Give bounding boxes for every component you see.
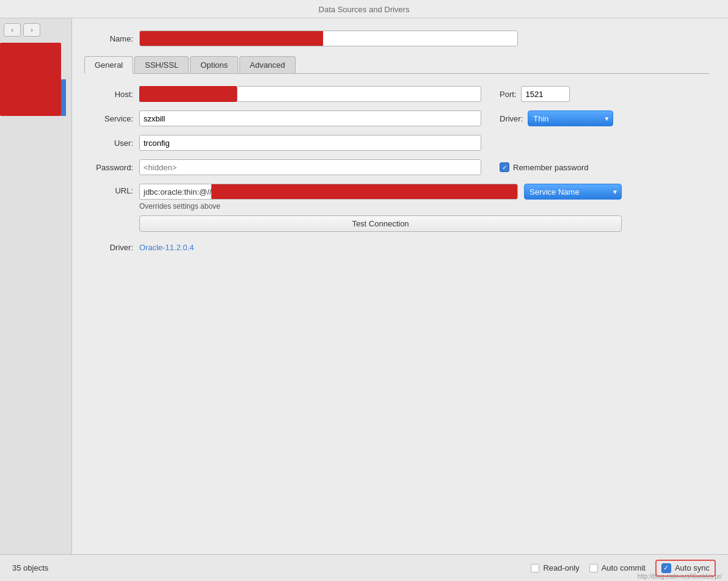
remember-group: ✓ Remember password <box>500 162 589 172</box>
port-group: Port: <box>500 86 570 102</box>
sidebar-red-block <box>0 43 61 116</box>
back-icon: ‹ <box>11 26 13 34</box>
title-bar: Data Sources and Drivers <box>0 0 728 18</box>
tab-advanced[interactable]: Advanced <box>239 56 296 73</box>
host-input-group <box>139 86 481 102</box>
forward-button[interactable]: › <box>23 23 40 37</box>
driver-info-label: Driver: <box>84 243 133 252</box>
form-section: Host: Port: Service: Driver: <box>84 86 710 252</box>
sidebar-blue-bar <box>61 79 66 116</box>
autocommit-group: Auto commit <box>589 563 646 572</box>
back-button[interactable]: ‹ <box>4 23 21 37</box>
driver-select-wrapper: Thin <box>528 110 613 126</box>
overrides-text: Overrides settings above <box>139 202 622 211</box>
objects-count: 35 objects <box>12 563 48 572</box>
remember-checkbox[interactable]: ✓ <box>500 162 509 172</box>
user-row: User: <box>84 135 710 151</box>
autosync-checkbox[interactable]: ✓ <box>661 563 671 573</box>
autocommit-checkbox[interactable] <box>589 564 598 572</box>
port-input[interactable] <box>521 86 570 102</box>
readonly-label: Read-only <box>543 563 579 572</box>
tabs-row: General SSH/SSL Options Advanced <box>84 56 710 74</box>
tab-general[interactable]: General <box>84 56 133 74</box>
user-label: User: <box>84 139 133 148</box>
host-label: Host: <box>84 90 133 99</box>
url-label: URL: <box>84 184 133 195</box>
url-row: URL: jdbc:oracle:thin:@// Service Name <box>84 184 710 232</box>
port-label: Port: <box>500 90 516 99</box>
tab-ssh-ssl[interactable]: SSH/SSL <box>134 56 189 73</box>
driver-select[interactable]: Thin <box>528 110 613 126</box>
forward-icon: › <box>31 26 33 34</box>
service-row: Service: Driver: Thin <box>84 110 710 126</box>
url-redacted <box>211 184 517 199</box>
autosync-label: Auto sync <box>675 563 710 572</box>
driver-link[interactable]: Oracle-11.2.0.4 <box>139 243 194 252</box>
test-connection-button[interactable]: Test Connection <box>139 215 622 232</box>
tab-options[interactable]: Options <box>190 56 238 73</box>
autocommit-label: Auto commit <box>602 563 646 572</box>
service-label: Service: <box>84 114 133 123</box>
sidebar-nav: ‹ › <box>0 18 71 42</box>
driver-info-row: Driver: Oracle-11.2.0.4 <box>84 243 710 252</box>
remember-label: Remember password <box>513 163 589 172</box>
name-redacted <box>140 31 323 46</box>
driver-group: Driver: Thin <box>500 110 613 126</box>
readonly-group: Read-only <box>531 563 579 572</box>
name-label: Name: <box>84 34 133 43</box>
name-input-group <box>139 31 518 46</box>
service-input[interactable] <box>139 110 481 126</box>
host-row: Host: Port: <box>84 86 710 102</box>
url-right: jdbc:oracle:thin:@// Service Name Overri… <box>139 184 622 232</box>
password-row: Password: ✓ Remember password <box>84 159 710 175</box>
url-input-row: jdbc:oracle:thin:@// Service Name <box>139 184 622 200</box>
content-area: Name: General SSH/SSL Options Advanced <box>72 18 728 581</box>
password-input[interactable] <box>139 159 481 175</box>
host-redacted <box>139 86 237 102</box>
name-row: Name: <box>84 31 710 46</box>
password-label: Password: <box>84 163 133 172</box>
driver-label: Driver: <box>500 114 523 123</box>
name-input[interactable] <box>323 31 517 46</box>
readonly-checkbox[interactable] <box>531 564 539 572</box>
sidebar: ‹ › <box>0 18 72 581</box>
url-input-wrapper[interactable]: jdbc:oracle:thin:@// <box>139 184 518 200</box>
bottom-bar: 35 objects Read-only Auto commit ✓ Auto … <box>0 554 728 581</box>
window-title: Data Sources and Drivers <box>319 5 410 14</box>
url-text-part: jdbc:oracle:thin:@// <box>140 187 211 197</box>
service-name-select-wrapper: Service Name <box>524 184 622 200</box>
main-layout: ‹ › Name: General SSH/SSL <box>0 18 728 581</box>
watermark: http://blog.csdn.net/lCxckUs.pr/ <box>638 573 722 580</box>
host-input[interactable] <box>237 86 481 102</box>
user-input[interactable] <box>139 135 481 151</box>
service-name-select[interactable]: Service Name <box>524 184 622 200</box>
